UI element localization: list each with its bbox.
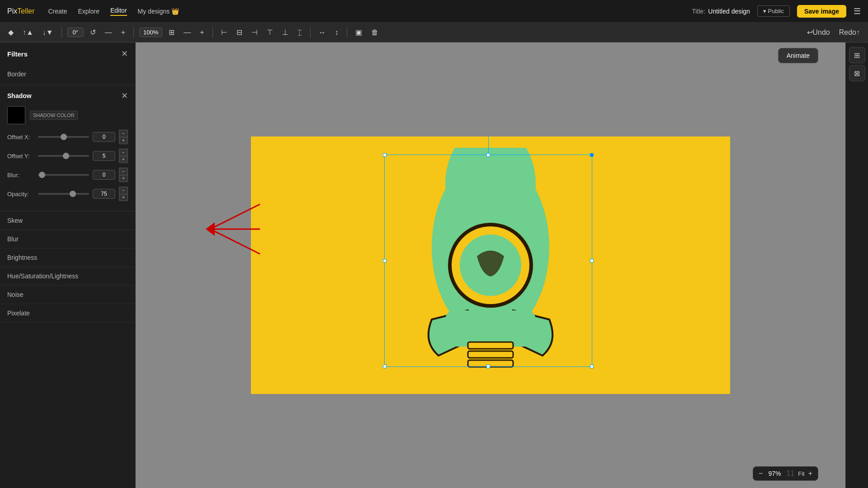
- svg-marker-9: [206, 222, 215, 236]
- right-add-button[interactable]: ⊞: [849, 47, 865, 63]
- offset-y-minus[interactable]: −: [119, 149, 128, 156]
- align-center-icon[interactable]: ⊟: [234, 26, 245, 38]
- offset-y-steppers: − +: [119, 149, 128, 163]
- move-up-button[interactable]: ↑▲: [20, 27, 36, 38]
- opacity-plus[interactable]: +: [119, 194, 128, 201]
- rocket-illustration: [387, 148, 594, 383]
- opacity-minus[interactable]: −: [119, 187, 128, 194]
- zoom-in-button[interactable]: +: [808, 469, 812, 478]
- offset-y-input[interactable]: [93, 151, 115, 161]
- right-export-button[interactable]: ⊠: [849, 65, 865, 81]
- offset-y-plus[interactable]: +: [119, 156, 128, 163]
- offset-y-slider[interactable]: [38, 155, 89, 157]
- logo-teller: Teller: [17, 7, 34, 15]
- undo-redo-area: ↩ Undo Redo↑: [804, 26, 863, 38]
- blur-thumb[interactable]: [39, 172, 45, 178]
- blur-minus[interactable]: −: [119, 168, 128, 175]
- blur-row: Blur: − +: [7, 168, 128, 182]
- shadow-color-row: SHADOW COLOR: [7, 106, 128, 124]
- right-panel: ⊞ ⊠: [845, 42, 868, 488]
- brightness-filter[interactable]: Brightness: [0, 249, 135, 267]
- zoom-plus-icon[interactable]: +: [197, 27, 207, 38]
- hsl-filter[interactable]: Hue/Saturation/Lightness: [0, 267, 135, 286]
- offset-y-thumb[interactable]: [63, 153, 69, 159]
- panel-title: Filters: [7, 50, 28, 58]
- zoom-fit-button[interactable]: Fit: [798, 470, 804, 477]
- zoom-percent: 97%: [766, 470, 783, 477]
- undo-button[interactable]: ↩ Undo: [804, 26, 833, 38]
- design-title[interactable]: Untitled design: [708, 8, 750, 15]
- align-right-icon[interactable]: ⊣: [249, 26, 260, 38]
- nav-create[interactable]: Create: [48, 8, 67, 15]
- offset-x-thumb[interactable]: [61, 134, 67, 140]
- handle-bl[interactable]: [383, 365, 387, 368]
- close-panel-icon[interactable]: ✕: [121, 49, 128, 59]
- flip-h-icon[interactable]: ↔: [316, 27, 329, 38]
- main-area: Filters ✕ Border Shadow ✕ SHADOW COLOR O…: [0, 42, 868, 488]
- svg-rect-6: [468, 351, 513, 358]
- handle-tl[interactable]: [383, 153, 387, 157]
- align-top-icon[interactable]: ⊤: [264, 26, 276, 38]
- blur-slider[interactable]: [38, 174, 89, 176]
- svg-rect-7: [468, 360, 513, 367]
- move-down-button[interactable]: ↓▼: [40, 27, 56, 38]
- skew-filter[interactable]: Skew: [0, 211, 135, 230]
- noise-filter[interactable]: Noise: [0, 286, 135, 304]
- layer-order-button[interactable]: ◆: [5, 26, 16, 38]
- blur-filter[interactable]: Blur: [0, 230, 135, 249]
- rotate-icon[interactable]: ↺: [87, 26, 99, 38]
- align-bottom-icon[interactable]: ⌶: [295, 27, 305, 38]
- hamburger-icon[interactable]: ☰: [854, 6, 861, 16]
- logo[interactable]: PixTeller: [7, 7, 34, 15]
- toolbar: ◆ ↑▲ ↓▼ ↺ — + 100% ⊞ — + ⊢ ⊟ ⊣ ⊤ ⊥ ⌶ ↔ ↕…: [0, 23, 868, 42]
- shadow-close-icon[interactable]: ✕: [121, 91, 128, 101]
- plus-icon[interactable]: +: [118, 27, 128, 38]
- shadow-color-swatch[interactable]: [7, 106, 25, 124]
- offset-x-steppers: − +: [119, 130, 128, 144]
- shadow-section: Shadow ✕ SHADOW COLOR Offset X: − +: [0, 85, 135, 211]
- align-middle-icon[interactable]: ⊥: [279, 26, 291, 38]
- shadow-color-label: SHADOW COLOR: [30, 111, 78, 120]
- shadow-header: Shadow ✕: [7, 91, 128, 101]
- group-icon[interactable]: ▣: [353, 26, 365, 38]
- flip-v-icon[interactable]: ↕: [332, 27, 341, 38]
- rotation-input[interactable]: [67, 28, 84, 37]
- svg-rect-5: [468, 342, 513, 349]
- logo-pix: Pix: [7, 7, 17, 15]
- title-label: Title:: [692, 8, 705, 15]
- border-label[interactable]: Border: [7, 67, 128, 81]
- offset-x-slider[interactable]: [38, 136, 89, 138]
- blur-label: Blur:: [7, 172, 34, 178]
- save-button[interactable]: Save image: [797, 5, 846, 18]
- offset-x-plus[interactable]: +: [119, 137, 128, 144]
- opacity-thumb[interactable]: [70, 191, 76, 197]
- opacity-slider[interactable]: [38, 193, 89, 195]
- filters-panel: Filters ✕ Border Shadow ✕ SHADOW COLOR O…: [0, 42, 136, 488]
- nav-editor[interactable]: Editor: [110, 7, 127, 16]
- public-button[interactable]: ▾ Public: [757, 5, 790, 17]
- canvas-wrapper: [251, 136, 730, 394]
- delete-icon[interactable]: 🗑: [368, 27, 381, 38]
- pixelate-filter[interactable]: Pixelate: [0, 304, 135, 323]
- nav-mydesigns[interactable]: My designs 👑: [138, 8, 179, 15]
- align-left-icon[interactable]: ⊢: [218, 26, 230, 38]
- separator-2: [133, 27, 134, 38]
- offset-y-label: Offset Y:: [7, 153, 34, 160]
- grid-icon[interactable]: ⊞: [166, 26, 177, 38]
- offset-x-input[interactable]: [93, 132, 115, 142]
- offset-x-minus[interactable]: −: [119, 130, 128, 137]
- blur-plus[interactable]: +: [119, 175, 128, 182]
- opacity-steppers: − +: [119, 187, 128, 201]
- zoom-minus-icon[interactable]: —: [181, 27, 193, 38]
- nav-explore[interactable]: Explore: [78, 8, 99, 15]
- border-section: Border: [0, 63, 135, 85]
- animate-button[interactable]: Animate: [778, 48, 818, 63]
- minus-icon[interactable]: —: [102, 27, 115, 38]
- title-area: Title: Untitled design: [692, 8, 750, 15]
- opacity-input[interactable]: [93, 189, 115, 199]
- blur-input[interactable]: [93, 170, 115, 180]
- handle-ml[interactable]: [383, 259, 387, 263]
- redo-button[interactable]: Redo↑: [836, 27, 863, 38]
- canvas-background[interactable]: [251, 136, 730, 394]
- zoom-out-button[interactable]: −: [759, 469, 763, 478]
